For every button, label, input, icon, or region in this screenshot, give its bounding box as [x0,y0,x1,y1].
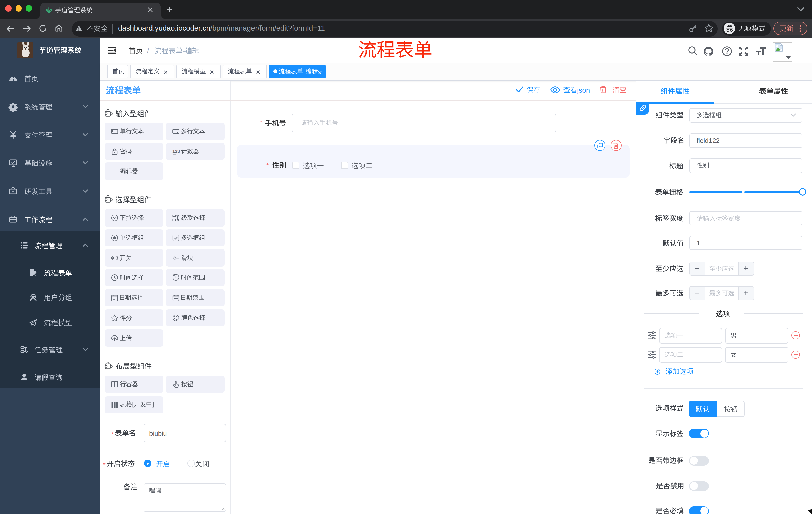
svg-text:123: 123 [172,149,180,154]
